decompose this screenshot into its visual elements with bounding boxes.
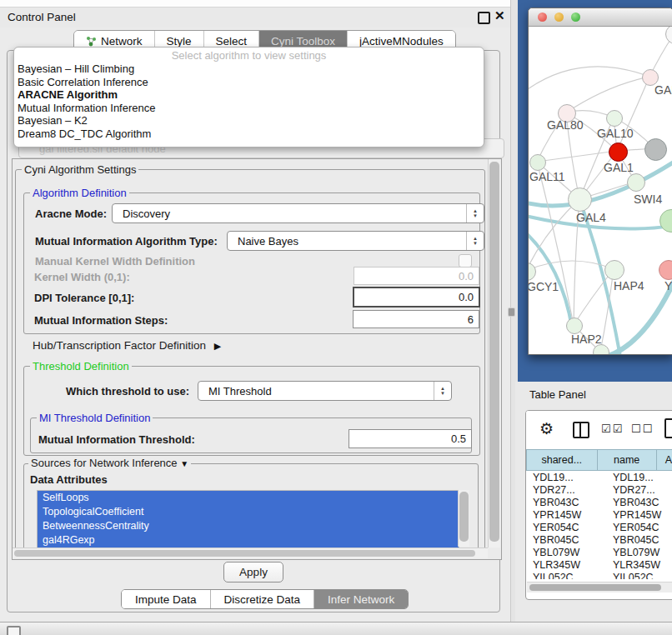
splitter-handle-icon[interactable] bbox=[509, 308, 514, 316]
node-gal11[interactable] bbox=[529, 154, 546, 171]
attribute-list-scrollbar[interactable] bbox=[458, 490, 469, 547]
column-header-extra[interactable]: A bbox=[657, 449, 672, 471]
tab-infer-network-label: Infer Network bbox=[328, 593, 394, 606]
threshold-definition-legend: Threshold Definition bbox=[30, 360, 132, 372]
node-gal10[interactable] bbox=[606, 110, 623, 127]
tab-impute-data[interactable]: Impute Data bbox=[122, 590, 211, 608]
settings-vscrollbar[interactable] bbox=[488, 159, 500, 548]
tab-infer-network[interactable]: Infer Network bbox=[314, 590, 408, 608]
table-toolbar: ⚙ ☑☑ ☐☐ bbox=[526, 411, 672, 448]
node-label: GCY1 bbox=[529, 280, 559, 293]
table-row[interactable]: YDL19...YDL19...13 bbox=[526, 472, 672, 484]
table-row[interactable]: YBR043CYBR043C bbox=[526, 497, 672, 509]
cell-name: YDL19... bbox=[606, 472, 668, 484]
attribute-item-selected[interactable]: SelfLoops bbox=[38, 491, 459, 505]
node-hap4[interactable] bbox=[604, 260, 624, 280]
mi-type-combo[interactable]: Naive Bayes ▲▼ bbox=[227, 231, 484, 251]
attribute-item-selected[interactable]: BetweennessCentrality bbox=[38, 519, 459, 533]
table-hscrollbar[interactable] bbox=[527, 582, 672, 592]
node-gal1[interactable] bbox=[609, 142, 628, 162]
tab-select-label: Select bbox=[216, 35, 248, 48]
zoom-traffic-light[interactable] bbox=[571, 12, 580, 22]
cell-shared: YDL19... bbox=[526, 472, 606, 484]
cell-name: YLR345W bbox=[606, 559, 668, 572]
cell-name: YDR27... bbox=[606, 484, 668, 497]
dpi-tolerance-input[interactable]: 0.0 bbox=[353, 287, 480, 308]
kernel-width-input[interactable]: 0.0 bbox=[354, 267, 479, 285]
settings-hscrollbar[interactable] bbox=[13, 548, 488, 558]
cell-extra: 8. bbox=[668, 522, 672, 534]
mi-steps-input[interactable]: 6 bbox=[353, 310, 479, 328]
mi-threshold-input[interactable]: 0.5 bbox=[349, 429, 472, 448]
network-canvas[interactable]: GAL80 GAL10 GAL GAL1 GAL11 SWI4 GAL4 GCY… bbox=[529, 27, 672, 354]
apply-button[interactable]: Apply bbox=[223, 562, 283, 582]
data-attributes-list: SelfLoops TopologicalCoefficient Between… bbox=[37, 490, 459, 548]
table-panel: ⚙ ☑☑ ☐☐ shared... name A YDL19...YDL19..… bbox=[525, 410, 672, 600]
table-row[interactable]: YER054CYER054C8. bbox=[526, 522, 672, 534]
hub-section-label: Hub/Transcription Factor Definition bbox=[33, 339, 206, 352]
tab-discretize-data[interactable]: Discretize Data bbox=[211, 590, 315, 608]
attribute-item-selected[interactable]: TopologicalCoefficient bbox=[38, 505, 459, 519]
mi-threshold-value: 0.5 bbox=[451, 432, 466, 445]
document-icon[interactable] bbox=[664, 418, 672, 438]
table-row[interactable]: YLR345WYLR345W9. bbox=[526, 559, 672, 572]
cell-shared: YDR27... bbox=[526, 484, 606, 497]
dropdown-item[interactable]: Basic Correlation Inference bbox=[14, 76, 484, 89]
select-all-checkboxes-icon[interactable]: ☑☑ bbox=[601, 422, 624, 435]
kernel-width-value: 0.0 bbox=[459, 270, 474, 282]
node-swi4[interactable] bbox=[627, 173, 645, 192]
scrollbar-thumb[interactable] bbox=[529, 584, 661, 591]
scrollbar-thumb[interactable] bbox=[459, 492, 469, 542]
table-row[interactable]: YBL079WYBL079W bbox=[526, 547, 672, 559]
docked-panel-icon[interactable] bbox=[7, 626, 21, 635]
sources-legend[interactable]: Sources for Network Inference ▼ bbox=[28, 457, 191, 469]
close-traffic-light[interactable] bbox=[538, 12, 547, 22]
node-label: GAL4 bbox=[576, 211, 606, 224]
cell-name: YER054C bbox=[606, 522, 668, 534]
node-gal4[interactable] bbox=[568, 188, 592, 212]
dropdown-item[interactable]: Dream8 DC_TDC Algorithm bbox=[14, 128, 484, 141]
aracne-mode-label: Aracne Mode: bbox=[35, 208, 107, 220]
network-icon bbox=[86, 36, 97, 47]
dropdown-item-highlighted[interactable]: ARACNE Algorithm bbox=[14, 88, 484, 102]
cell-name: YBR045C bbox=[606, 534, 668, 547]
which-threshold-combo[interactable]: MI Threshold ▲▼ bbox=[198, 381, 452, 401]
cell-extra: 12 bbox=[668, 484, 672, 497]
node-label: GAL80 bbox=[547, 118, 584, 132]
which-threshold-value: MI Threshold bbox=[208, 385, 272, 398]
node-label: GAL10 bbox=[597, 127, 634, 140]
node-label: GAL bbox=[654, 83, 672, 97]
tab-jactivemnodules-label: jActiveMNodules bbox=[359, 35, 444, 48]
dropdown-item[interactable]: Mutual Information Inference bbox=[14, 102, 484, 115]
column-header-name[interactable]: name bbox=[598, 449, 657, 471]
dpi-tolerance-value: 0.0 bbox=[459, 291, 474, 303]
kernel-width-label: Kernel Width (0,1): bbox=[34, 271, 130, 283]
table-row[interactable]: YBR045CYBR045C9. bbox=[526, 534, 672, 547]
dropdown-item[interactable]: Bayesian – K2 bbox=[14, 114, 484, 128]
attribute-item-selected[interactable]: gal4RGexp bbox=[38, 533, 459, 548]
table-row[interactable]: YPR145WYPR145W9. bbox=[526, 509, 672, 522]
node-hap2[interactable] bbox=[566, 318, 583, 334]
cell-extra bbox=[668, 547, 672, 559]
close-icon[interactable]: ✕ bbox=[494, 8, 505, 23]
mi-steps-value: 6 bbox=[468, 313, 474, 326]
table-header: shared... name A bbox=[526, 449, 672, 471]
deselect-all-checkboxes-icon[interactable]: ☐☐ bbox=[631, 422, 654, 435]
column-header-shared[interactable]: shared... bbox=[526, 449, 598, 471]
scrollbar-thumb[interactable] bbox=[489, 162, 499, 542]
table-row[interactable]: YDR27...YDR27...12 bbox=[526, 484, 672, 497]
gear-icon[interactable]: ⚙ bbox=[539, 419, 554, 438]
manual-kernel-checkbox[interactable] bbox=[459, 254, 472, 268]
dropdown-item[interactable]: Bayesian – Hill Climbing bbox=[14, 62, 484, 76]
hub-section-toggle[interactable]: Hub/Transcription Factor Definition ▶ bbox=[33, 339, 221, 352]
mi-threshold-legend: MI Threshold Definition bbox=[37, 412, 153, 424]
table-row[interactable]: YIL052CYIL052C9 bbox=[526, 572, 672, 579]
aracne-mode-combo[interactable]: Discovery ▲▼ bbox=[112, 203, 484, 223]
scrollbar-thumb[interactable] bbox=[14, 550, 475, 557]
float-panel-icon[interactable] bbox=[478, 12, 490, 24]
minimize-traffic-light[interactable] bbox=[554, 12, 564, 22]
sources-legend-label: Sources for Network Inference bbox=[31, 457, 178, 469]
columns-icon[interactable] bbox=[573, 422, 589, 438]
node-label: Y bbox=[664, 279, 672, 292]
node-gray[interactable] bbox=[644, 138, 667, 161]
